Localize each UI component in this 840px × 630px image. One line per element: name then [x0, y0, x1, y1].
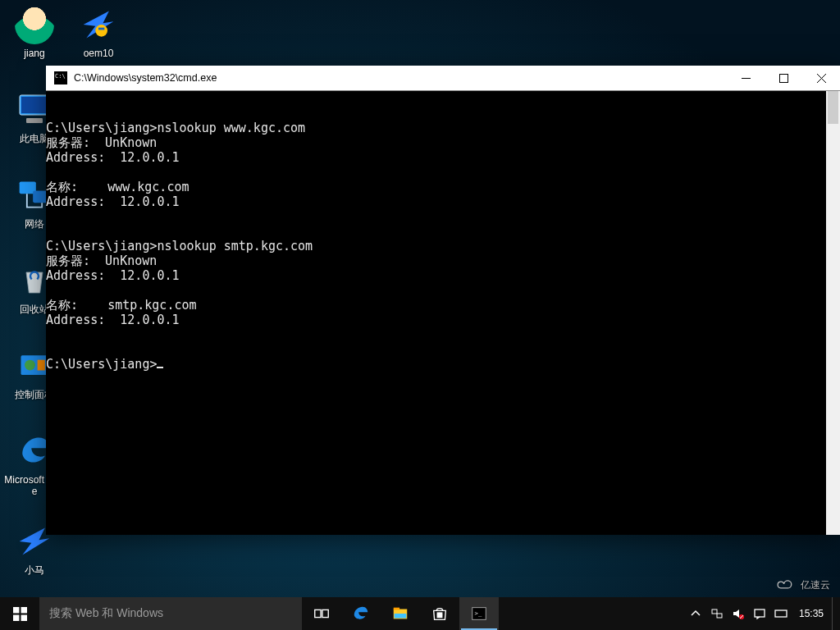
- maximize-button[interactable]: [765, 66, 802, 91]
- cmd-window[interactable]: C:\Windows\system32\cmd.exe C:\Users\jia…: [46, 66, 840, 535]
- titlebar[interactable]: C:\Windows\system32\cmd.exe: [46, 66, 840, 91]
- svg-rect-13: [779, 75, 788, 83]
- svg-rect-32: [717, 614, 722, 618]
- svg-point-1: [95, 25, 107, 37]
- minimize-button[interactable]: [727, 66, 765, 91]
- svg-rect-37: [775, 610, 787, 617]
- svg-rect-2: [98, 28, 104, 30]
- tray-notifications-icon[interactable]: [750, 597, 769, 630]
- svg-rect-20: [315, 609, 321, 617]
- taskbar-store[interactable]: [420, 597, 459, 630]
- scrollbar-thumb[interactable]: [828, 91, 838, 124]
- icon-label: 小马: [3, 564, 66, 576]
- desktop-icon-oem10[interactable]: oem10: [67, 5, 130, 59]
- svg-rect-23: [394, 608, 399, 610]
- taskbar-clock[interactable]: 15:35: [792, 609, 830, 619]
- svg-point-9: [25, 360, 35, 371]
- system-tray: 15:35: [686, 597, 840, 630]
- watermark-text: 亿速云: [801, 578, 830, 592]
- tray-chevron-up-icon[interactable]: [686, 597, 705, 630]
- icon-label: oem10: [67, 48, 130, 59]
- cursor: [157, 357, 163, 368]
- watermark: 亿速云: [774, 578, 830, 592]
- svg-rect-5: [26, 118, 43, 123]
- window-controls: [727, 66, 840, 90]
- terminal-body[interactable]: C:\Users\jiang>nslookup www.kgc.com 服务器:…: [46, 91, 840, 535]
- tray-volume-icon[interactable]: [728, 597, 748, 630]
- start-button[interactable]: [0, 597, 39, 630]
- svg-text:>_: >_: [475, 609, 482, 617]
- svg-rect-31: [712, 609, 717, 614]
- terminal-output: C:\Users\jiang>nslookup www.kgc.com 服务器:…: [46, 121, 840, 372]
- taskbar-cmd[interactable]: >_: [459, 597, 499, 630]
- close-button[interactable]: [802, 66, 840, 91]
- svg-rect-25: [437, 613, 439, 614]
- svg-rect-28: [440, 615, 441, 617]
- svg-rect-17: [21, 607, 26, 613]
- tray-keyboard-icon[interactable]: [771, 597, 791, 630]
- search-box[interactable]: 搜索 Web 和 Windows: [39, 597, 302, 630]
- search-placeholder: 搜索 Web 和 Windows: [49, 606, 163, 621]
- user-folder-icon: [15, 5, 54, 44]
- svg-rect-26: [440, 613, 441, 614]
- cloud-icon: [774, 578, 796, 592]
- svg-rect-19: [21, 614, 26, 620]
- installer-icon: [79, 5, 118, 44]
- taskbar-edge[interactable]: [341, 597, 381, 630]
- tray-network-icon[interactable]: [707, 597, 727, 630]
- icon-label: jiang: [3, 48, 66, 59]
- clock-time: 15:35: [799, 609, 824, 619]
- svg-marker-33: [733, 609, 739, 618]
- scrollbar[interactable]: [826, 91, 840, 535]
- window-title: C:\Windows\system32\cmd.exe: [74, 72, 727, 84]
- svg-rect-18: [13, 614, 19, 620]
- svg-rect-10: [38, 360, 45, 371]
- svg-rect-4: [21, 97, 48, 113]
- task-view-button[interactable]: [302, 597, 341, 630]
- svg-rect-24: [395, 614, 407, 619]
- taskbar-explorer[interactable]: [381, 597, 420, 630]
- cmd-icon: [54, 71, 67, 84]
- svg-rect-21: [322, 609, 328, 617]
- taskbar: 搜索 Web 和 Windows >_ 15:35: [0, 597, 840, 630]
- svg-rect-16: [13, 607, 19, 613]
- svg-rect-27: [437, 615, 439, 617]
- svg-rect-36: [755, 609, 765, 617]
- show-desktop-button[interactable]: [832, 597, 837, 630]
- desktop-icon-user-jiang[interactable]: jiang: [3, 5, 66, 59]
- svg-marker-11: [20, 528, 50, 555]
